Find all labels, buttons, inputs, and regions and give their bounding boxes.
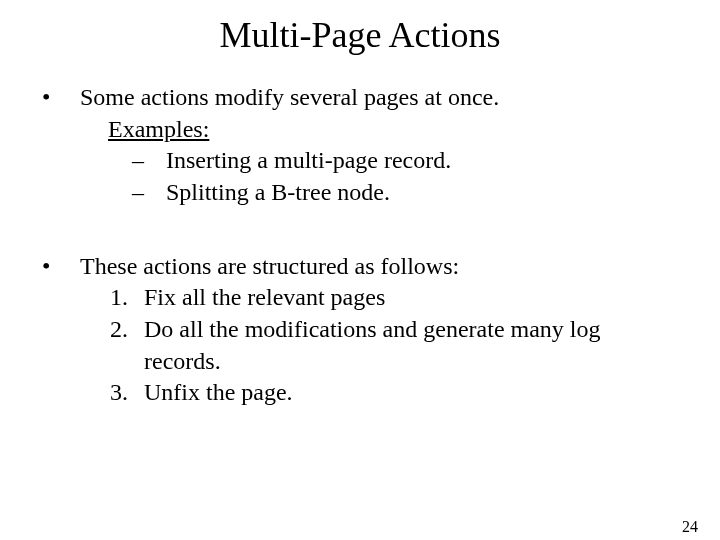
numbered-item: 1. Fix all the relevant pages [110, 282, 680, 314]
numbered-item-text: Unfix the page. [144, 377, 680, 409]
numbered-item: 2. Do all the modifications and generate… [110, 314, 680, 377]
bullet-dot: • [42, 82, 80, 209]
sub-item: – Inserting a multi-page record. [132, 145, 680, 177]
bullet-item: • Some actions modify several pages at o… [42, 82, 680, 209]
item-number: 2. [110, 314, 144, 377]
page-number: 24 [682, 518, 698, 536]
bullet-dot: • [42, 251, 80, 409]
sub-item-text: Inserting a multi-page record. [166, 145, 451, 177]
bullet-content: These actions are structured as follows:… [80, 251, 680, 409]
bullet-item: • These actions are structured as follow… [42, 251, 680, 409]
numbered-item-text: Fix all the relevant pages [144, 282, 680, 314]
dash-icon: – [132, 177, 166, 209]
bullet-content: Some actions modify several pages at onc… [80, 82, 680, 209]
item-number: 1. [110, 282, 144, 314]
dash-icon: – [132, 145, 166, 177]
slide-title: Multi-Page Actions [0, 14, 720, 56]
sub-item-text: Splitting a B-tree node. [166, 177, 390, 209]
numbered-item: 3. Unfix the page. [110, 377, 680, 409]
bullet-text: These actions are structured as follows: [80, 253, 459, 279]
slide: Multi-Page Actions • Some actions modify… [0, 14, 720, 540]
sub-item: – Splitting a B-tree node. [132, 177, 680, 209]
numbered-item-text: Do all the modifications and generate ma… [144, 314, 680, 377]
item-number: 3. [110, 377, 144, 409]
bullet-text: Some actions modify several pages at onc… [80, 84, 499, 110]
slide-body: • Some actions modify several pages at o… [0, 82, 720, 409]
examples-label: Examples: [108, 114, 680, 146]
